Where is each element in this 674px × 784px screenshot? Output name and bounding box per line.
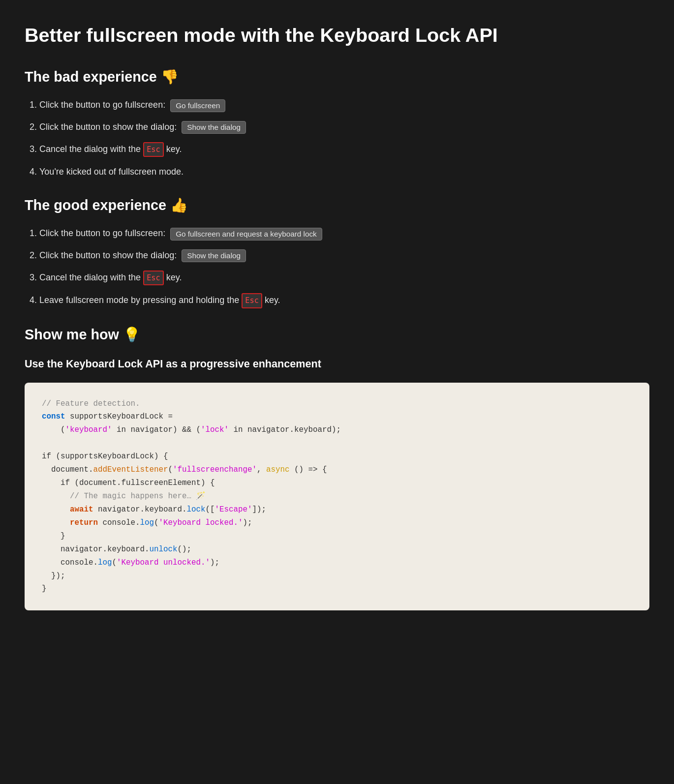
code-line: if (supportsKeyboardLock) { <box>42 450 632 463</box>
step-text: You're kicked out of fullscreen mode. <box>39 167 184 177</box>
step-text-after: key. <box>262 295 280 305</box>
esc-key-good-2: Esc <box>242 293 262 308</box>
list-item: Click the button to go fullscreen: Go fu… <box>39 98 649 112</box>
code-line: // Feature detection. <box>42 397 632 411</box>
code-line: const supportsKeyboardLock = <box>42 410 632 423</box>
step-text: Click the button to go fullscreen: <box>39 228 168 238</box>
step-text-after: key. <box>164 272 182 282</box>
step-text: Cancel the dialog with the <box>39 272 143 282</box>
step-text: Click the button to go fullscreen: <box>39 100 168 110</box>
show-me-how-heading: Show me how 💡 <box>25 323 649 346</box>
good-experience-heading: The good experience 👍 <box>25 194 649 216</box>
step-text-after: key. <box>164 144 182 154</box>
code-line: } <box>42 582 632 596</box>
bad-experience-section: The bad experience 👎 Click the button to… <box>25 65 649 179</box>
step-text: Cancel the dialog with the <box>39 144 143 154</box>
code-line: return console.log('Keyboard locked.'); <box>42 516 632 530</box>
esc-key-bad: Esc <box>143 142 164 157</box>
code-line: navigator.keyboard.unlock(); <box>42 543 632 556</box>
code-line: }); <box>42 570 632 583</box>
show-me-how-subheading: Use the Keyboard Lock API as a progressi… <box>25 356 649 373</box>
step-text: Click the button to show the dialog: <box>39 250 179 260</box>
go-fullscreen-bad-button[interactable]: Go fullscreen <box>170 99 225 112</box>
show-me-how-section: Show me how 💡 Use the Keyboard Lock API … <box>25 323 649 610</box>
step-text: Leave fullscreen mode by pressing and ho… <box>39 295 242 305</box>
list-item: You're kicked out of fullscreen mode. <box>39 165 649 179</box>
good-experience-list: Click the button to go fullscreen: Go fu… <box>39 226 649 308</box>
code-block: // Feature detection. const supportsKeyb… <box>25 383 649 611</box>
code-line: console.log('Keyboard unlocked.'); <box>42 556 632 570</box>
code-line: await navigator.keyboard.lock(['Escape']… <box>42 503 632 516</box>
show-dialog-bad-button[interactable]: Show the dialog <box>182 121 246 134</box>
code-line <box>42 437 632 450</box>
code-line: document.addEventListener('fullscreencha… <box>42 463 632 477</box>
go-fullscreen-good-button[interactable]: Go fullscreen and request a keyboard loc… <box>170 228 322 241</box>
bad-experience-list: Click the button to go fullscreen: Go fu… <box>39 98 649 179</box>
main-article: Better fullscreen mode with the Keyboard… <box>25 20 649 610</box>
list-item: Click the button to go fullscreen: Go fu… <box>39 226 649 241</box>
list-item: Leave fullscreen mode by pressing and ho… <box>39 293 649 308</box>
list-item: Click the button to show the dialog: Sho… <box>39 248 649 263</box>
code-line: ('keyboard' in navigator) && ('lock' in … <box>42 423 632 437</box>
esc-key-good-1: Esc <box>143 271 164 285</box>
list-item: Cancel the dialog with the Esc key. <box>39 142 649 157</box>
list-item: Click the button to show the dialog: Sho… <box>39 120 649 134</box>
page-title: Better fullscreen mode with the Keyboard… <box>25 20 649 51</box>
code-line: if (document.fullscreenElement) { <box>42 477 632 490</box>
good-experience-section: The good experience 👍 Click the button t… <box>25 194 649 308</box>
code-line: // The magic happens here… 🪄 <box>42 490 632 503</box>
code-line: } <box>42 530 632 543</box>
list-item: Cancel the dialog with the Esc key. <box>39 271 649 285</box>
show-dialog-good-button[interactable]: Show the dialog <box>182 249 246 262</box>
step-text: Click the button to show the dialog: <box>39 122 179 132</box>
bad-experience-heading: The bad experience 👎 <box>25 65 649 88</box>
